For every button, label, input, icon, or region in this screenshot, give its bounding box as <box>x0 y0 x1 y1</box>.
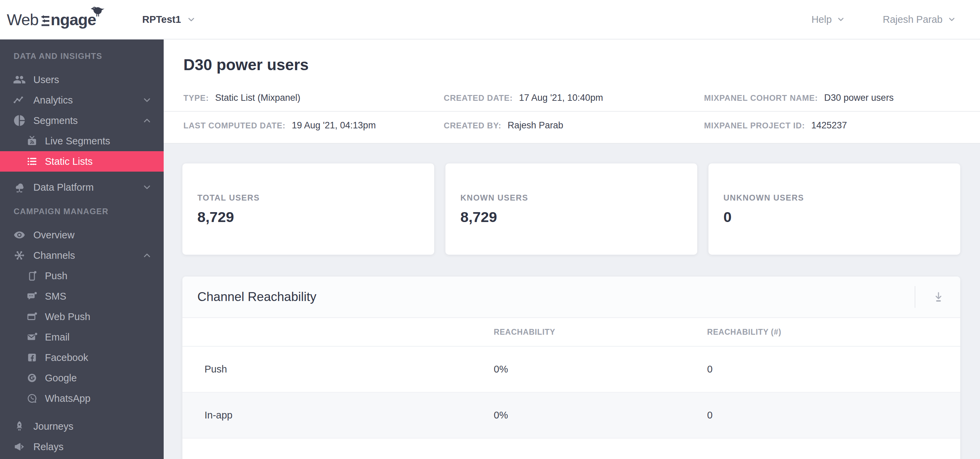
topbar-right-group: Help Rajesh Parab <box>811 0 956 39</box>
user-name: Rajesh Parab <box>883 14 943 25</box>
sidebar-item-channels[interactable]: Channels <box>0 245 164 266</box>
meta-mixpanel-project-id: MIXPANEL PROJECT ID: 1425237 <box>704 120 980 131</box>
unknown-users-card: UNKNOWN USERS 0 <box>708 163 960 255</box>
sidebar-section-data-and-insights: DATA AND INSIGHTS Users Analytics Segmen… <box>0 40 164 198</box>
sidebar-item-relays[interactable]: Relays <box>0 437 164 457</box>
logo-text-ngage: ngage <box>51 10 96 29</box>
analytics-icon <box>12 93 27 107</box>
reachability-column-header: REACHABILITY <box>494 328 707 337</box>
section-label-data-and-insights: DATA AND INSIGHTS <box>14 51 164 61</box>
sidebar-item-users[interactable]: Users <box>0 70 164 90</box>
project-name: RPTest1 <box>142 14 181 25</box>
channel-name: Push <box>182 363 494 375</box>
sidebar: DATA AND INSIGHTS Users Analytics Segmen… <box>0 40 164 459</box>
page-title: D30 power users <box>164 40 980 84</box>
card-value: 8,729 <box>460 209 697 225</box>
sidebar-item-analytics[interactable]: Analytics <box>0 90 164 110</box>
chevron-down-icon <box>142 182 152 192</box>
journeys-rocket-icon <box>12 419 27 434</box>
logo-bird-icon <box>91 5 106 20</box>
total-users-card: TOTAL USERS 8,729 <box>182 163 434 255</box>
email-envelope-icon <box>26 331 38 343</box>
page-header: D30 power users TYPE: Static List (Mixpa… <box>164 40 980 144</box>
users-icon <box>12 73 27 87</box>
user-menu[interactable]: Rajesh Parab <box>883 14 956 25</box>
card-value: 8,729 <box>197 209 434 225</box>
table-header-row: REACHABILITY REACHABILITY (#) <box>182 318 960 347</box>
reachability-count: 0 <box>707 363 960 375</box>
sidebar-item-web-push[interactable]: Web Push <box>0 306 164 327</box>
push-phone-icon <box>26 270 38 282</box>
panel-header: Channel Reachability <box>182 276 960 318</box>
card-label: UNKNOWN USERS <box>724 193 960 202</box>
sidebar-item-facebook[interactable]: Facebook <box>0 347 164 368</box>
table-row-push: Push 0% 0 <box>182 347 960 393</box>
section-label-campaign-manager: CAMPAIGN MANAGER <box>14 206 164 217</box>
panel-title: Channel Reachability <box>197 290 915 304</box>
project-selector[interactable]: RPTest1 <box>142 14 196 25</box>
chevron-down-icon <box>947 15 956 24</box>
sidebar-item-google[interactable]: Google <box>0 368 164 388</box>
meta-type: TYPE: Static List (Mixpanel) <box>183 92 444 103</box>
data-platform-cloud-icon <box>12 180 27 194</box>
google-icon <box>26 372 38 384</box>
stat-cards-row: TOTAL USERS 8,729 KNOWN USERS 8,729 UNKN… <box>182 163 960 255</box>
sidebar-item-static-lists[interactable]: Static Lists <box>0 151 164 172</box>
chevron-down-icon <box>186 14 196 24</box>
sidebar-item-segments[interactable]: Segments <box>0 110 164 131</box>
sidebar-item-overview[interactable]: Overview <box>0 225 164 245</box>
eye-icon <box>12 228 27 242</box>
reachability-count: 0 <box>707 410 960 421</box>
meta-created-by: CREATED BY: Rajesh Parab <box>444 120 704 131</box>
card-label: KNOWN USERS <box>460 193 697 202</box>
meta-mixpanel-cohort-name: MIXPANEL COHORT NAME: D30 power users <box>704 92 980 103</box>
chevron-up-icon <box>142 115 152 126</box>
channel-name: In-app <box>182 410 494 421</box>
help-label: Help <box>811 14 832 25</box>
whatsapp-icon <box>26 392 38 405</box>
reachability-value: 0% <box>494 363 707 375</box>
channels-hub-icon <box>12 248 27 263</box>
table-row-in-app: In-app 0% 0 <box>182 393 960 438</box>
logo-arrows-icon <box>40 14 50 27</box>
logo-text-web: Web <box>7 10 38 29</box>
meta-row-1: TYPE: Static List (Mixpanel) CREATED DAT… <box>164 84 980 112</box>
sidebar-item-journeys[interactable]: Journeys <box>0 416 164 437</box>
reachability-count-column-header: REACHABILITY (#) <box>707 328 960 337</box>
facebook-icon <box>26 351 38 363</box>
sidebar-item-sms[interactable]: SMS <box>0 286 164 306</box>
sidebar-section-campaign-manager: CAMPAIGN MANAGER Overview Channels Push <box>0 206 164 457</box>
chevron-down-icon <box>142 95 152 105</box>
web-push-browser-icon <box>26 311 38 323</box>
reachability-value: 0% <box>494 410 707 421</box>
help-menu[interactable]: Help <box>811 14 846 25</box>
segments-pie-icon <box>12 113 27 128</box>
meta-row-2: LAST COMPUTED DATE: 19 Aug '21, 04:13pm … <box>164 112 980 139</box>
relays-megaphone-icon <box>12 440 27 454</box>
sidebar-item-live-segments[interactable]: Live Segments <box>0 131 164 151</box>
top-navigation-bar: Web ngage RPTest1 Help Rajesh Parab <box>0 0 980 40</box>
sms-chat-icon <box>26 290 38 302</box>
static-lists-icon <box>26 155 38 167</box>
known-users-card: KNOWN USERS 8,729 <box>445 163 697 255</box>
download-icon <box>932 290 945 304</box>
download-button[interactable] <box>929 287 948 306</box>
chevron-up-icon <box>142 250 152 260</box>
sidebar-item-email[interactable]: Email <box>0 327 164 347</box>
header-divider <box>915 286 915 308</box>
main-content: D30 power users TYPE: Static List (Mixpa… <box>164 40 980 459</box>
channel-reachability-panel: Channel Reachability REACHABILITY REACHA… <box>182 276 960 459</box>
meta-created-date: CREATED DATE: 17 Aug '21, 10:40pm <box>444 92 704 103</box>
meta-last-computed-date: LAST COMPUTED DATE: 19 Aug '21, 04:13pm <box>183 120 444 131</box>
live-segments-icon <box>26 135 38 147</box>
chevron-down-icon <box>837 15 845 24</box>
sidebar-item-push[interactable]: Push <box>0 266 164 286</box>
sidebar-item-whatsapp[interactable]: WhatsApp <box>0 388 164 409</box>
card-value: 0 <box>724 209 960 225</box>
sidebar-item-data-platform[interactable]: Data Platform <box>0 177 164 198</box>
webengage-logo[interactable]: Web ngage <box>7 10 96 29</box>
card-label: TOTAL USERS <box>197 193 434 202</box>
